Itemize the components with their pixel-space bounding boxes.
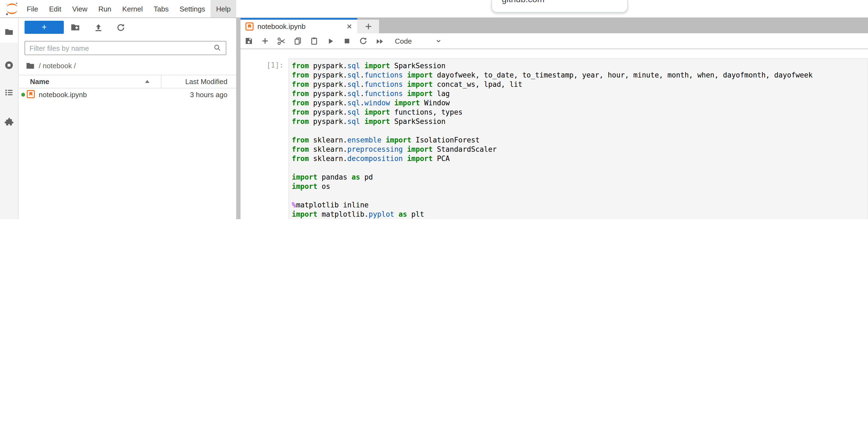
menu-run[interactable]: Run	[93, 0, 117, 18]
files-icon	[4, 27, 13, 36]
menu-bar: FileEditViewRunKernelTabsSettingsHelp	[0, 0, 868, 18]
code-cell: [1]:from pyspark.sql import SparkSession…	[241, 58, 868, 219]
notebook-content: [1]:from pyspark.sql import SparkSession…	[241, 49, 868, 219]
cut-cells-button[interactable]	[273, 33, 289, 49]
menu-items: FileEditViewRunKernelTabsSettingsHelp	[21, 0, 236, 18]
menu-kernel[interactable]: Kernel	[117, 0, 148, 18]
file-list-header: Name Last Modified	[18, 75, 236, 88]
save-button[interactable]	[241, 33, 257, 49]
copy-cells-button[interactable]	[289, 33, 306, 49]
new-launcher-button[interactable]: +	[25, 21, 64, 34]
run-cell-button[interactable]	[322, 33, 339, 49]
upload-icon	[94, 23, 103, 32]
menu-help[interactable]: Help	[211, 0, 236, 18]
restart-kernel-icon	[359, 36, 368, 45]
interrupt-kernel-button[interactable]	[339, 33, 355, 49]
menu-tabs[interactable]: Tabs	[148, 0, 174, 18]
refresh-button[interactable]	[114, 21, 128, 34]
upload-button[interactable]	[91, 21, 105, 34]
sidebar-tab-table-of-contents[interactable]	[0, 83, 18, 101]
copy-cells-icon	[293, 36, 302, 45]
sort-caret-up-icon	[145, 79, 150, 84]
notebook-file-icon	[245, 22, 254, 31]
chevron-down-icon[interactable]	[435, 37, 442, 45]
restart-run-all-button[interactable]	[371, 33, 388, 49]
sidebar-tab-running[interactable]	[0, 56, 18, 74]
search-icon	[213, 43, 221, 52]
restart-run-all-icon	[375, 36, 384, 46]
column-divider	[161, 75, 161, 88]
running-icon	[4, 60, 13, 69]
toolbar-buttons	[241, 33, 388, 49]
restart-kernel-button[interactable]	[355, 33, 371, 49]
extensions-icon	[4, 117, 13, 126]
breadcrumb[interactable]: / notebook /	[26, 61, 76, 70]
menu-view[interactable]: View	[67, 0, 93, 18]
column-header-name[interactable]: Name	[30, 78, 49, 86]
notebook-panel: notebook.ipynb Code [1]:from pyspark.sql…	[241, 18, 868, 219]
sidebar-tab-extensions[interactable]	[0, 112, 18, 131]
interrupt-kernel-icon	[342, 36, 351, 45]
breadcrumb-path: / notebook /	[39, 61, 76, 69]
menu-file[interactable]: File	[21, 0, 43, 18]
popup-origin-text: github.com	[502, 0, 545, 4]
cut-cells-icon	[277, 36, 286, 46]
jupyterlab-window: FileEditViewRunKernelTabsSettingsHelp gi…	[0, 0, 868, 219]
save-icon	[244, 36, 253, 45]
menu-edit[interactable]: Edit	[43, 0, 67, 18]
add-cell-button[interactable]	[257, 33, 273, 49]
jupyter-logo-icon	[5, 2, 19, 16]
refresh-icon	[116, 23, 125, 32]
folder-home-icon[interactable]	[26, 61, 35, 70]
menu-settings[interactable]: Settings	[174, 0, 211, 18]
new-tab-button[interactable]	[357, 19, 379, 33]
activity-bar	[0, 18, 19, 219]
tab-notebook[interactable]: notebook.ipynb	[241, 18, 357, 33]
notebook-toolbar: Code	[241, 33, 868, 49]
kernel-running-dot	[21, 93, 25, 97]
paste-cells-button[interactable]	[306, 33, 322, 49]
filter-files-input[interactable]	[25, 41, 226, 55]
file-browser-panel: + / notebook / Name Last Modified notebo…	[18, 18, 236, 219]
close-icon[interactable]	[346, 23, 353, 30]
add-cell-icon	[261, 36, 270, 45]
sidebar-tab-files[interactable]	[0, 22, 18, 41]
column-header-last-modified[interactable]: Last Modified	[185, 78, 227, 86]
paste-cells-icon	[310, 36, 318, 45]
file-list: notebook.ipynb3 hours ago	[18, 88, 236, 101]
panel-split-handle[interactable]	[236, 18, 241, 219]
browser-permission-popup: github.com	[491, 0, 628, 12]
tab-bar: notebook.ipynb	[241, 18, 868, 33]
new-folder-button[interactable]	[68, 21, 82, 34]
file-last-modified: 3 hours ago	[190, 91, 227, 99]
cell-prompt: [1]:	[241, 58, 288, 219]
new-folder-icon	[70, 22, 80, 32]
table-of-contents-icon	[4, 88, 13, 97]
file-name: notebook.ipynb	[39, 91, 87, 99]
file-row[interactable]: notebook.ipynb3 hours ago	[18, 88, 236, 101]
run-cell-icon	[326, 36, 335, 45]
notebook-icon	[27, 90, 35, 98]
tab-title: notebook.ipynb	[257, 22, 305, 31]
cell-editor[interactable]: from pyspark.sql import SparkSessionfrom…	[288, 58, 868, 219]
cell-type-dropdown[interactable]: Code	[395, 37, 412, 45]
